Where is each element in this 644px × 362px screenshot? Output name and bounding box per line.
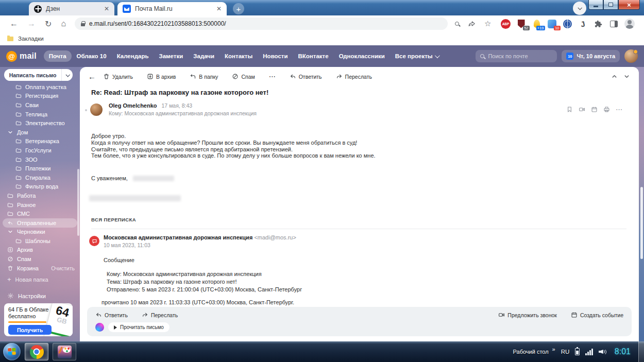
bookmark-icon[interactable]: [566, 106, 573, 113]
calendar-icon[interactable]: [591, 106, 598, 113]
address-bar[interactable]: e.mail.ru/sent/0:16843022102103588013:50…: [75, 18, 448, 30]
compose-button[interactable]: Написать письмо: [4, 69, 73, 81]
sidebar-folder[interactable]: Отправленные: [3, 218, 77, 228]
close-button[interactable]: ×: [618, 0, 640, 10]
user-avatar[interactable]: [624, 49, 638, 63]
recipient-line[interactable]: Кому: Московская административная дорожн…: [109, 110, 626, 116]
mail-nav-item[interactable]: Календарь: [112, 50, 154, 62]
side-panel-icon[interactable]: [609, 19, 619, 29]
shield-extension-icon[interactable]: 52: [516, 19, 527, 29]
new-folder-button[interactable]: + Новая папка: [7, 276, 48, 283]
mailru-logo[interactable]: @ mail: [6, 51, 37, 62]
sidebar-folder[interactable]: Платежки: [0, 164, 80, 173]
new-tab-button[interactable]: +: [233, 3, 244, 14]
date-chip[interactable]: 10 Чт, 10 августа: [562, 50, 620, 62]
search-input[interactable]: [488, 53, 545, 59]
mail-search[interactable]: [476, 50, 557, 62]
forward-button[interactable]: Переслать: [336, 73, 372, 80]
back-to-list-icon[interactable]: ←: [88, 72, 96, 81]
reply-button[interactable]: Ответить: [290, 73, 322, 80]
footer-reply-button[interactable]: Ответить: [95, 312, 128, 318]
home-icon[interactable]: ⌂: [61, 19, 66, 28]
taskbar-chrome-button[interactable]: [25, 343, 48, 360]
mail-nav-item[interactable]: Облако 10: [72, 50, 112, 62]
compose-dropdown[interactable]: [61, 69, 73, 81]
globe-extension-icon[interactable]: [563, 19, 573, 29]
sidebar-folder[interactable]: ГосУслуги: [0, 146, 80, 155]
minimize-button[interactable]: [588, 0, 603, 10]
footer-forward-button[interactable]: Переслать: [142, 312, 178, 318]
quoted-sender-avatar[interactable]: [89, 236, 99, 246]
bookmark-star-icon[interactable]: ☆: [484, 19, 491, 28]
assistant-icon[interactable]: [95, 323, 104, 332]
sender-avatar[interactable]: [90, 104, 103, 116]
page-scrollbar[interactable]: [640, 187, 643, 259]
taskbar-clock[interactable]: 8:01: [615, 347, 631, 356]
taskbar-paint-button[interactable]: [53, 343, 76, 360]
sidebar-scrollbar[interactable]: [77, 169, 79, 236]
sidebar-folder[interactable]: Теплица: [0, 110, 80, 119]
tab-close-icon[interactable]: ✕: [104, 5, 109, 12]
read-letter-button[interactable]: Прочитать письмо: [108, 322, 170, 332]
tab-mail[interactable]: Почта Mail.ru ✕: [117, 2, 227, 15]
zoom-icon[interactable]: [455, 22, 459, 26]
sidebar-folder[interactable]: Стиралка: [0, 173, 80, 182]
tab-close-icon[interactable]: ✕: [216, 5, 222, 12]
video-call-icon[interactable]: [579, 106, 585, 113]
sidebar-folder[interactable]: Спам: [0, 254, 80, 264]
settings-button[interactable]: Настройки: [7, 292, 46, 299]
show-desktop-button[interactable]: [638, 341, 644, 362]
sidebar-folder[interactable]: Оплата участка: [0, 82, 80, 92]
sidebar-folder[interactable]: Фильтр вода: [0, 182, 80, 192]
language-indicator[interactable]: RU: [561, 349, 570, 355]
create-event-button[interactable]: Создать событие: [571, 312, 623, 318]
join-extension-icon[interactable]: J: [578, 19, 588, 29]
restore-button[interactable]: [603, 0, 618, 10]
back-icon[interactable]: ←: [10, 19, 18, 28]
clear-trash-link[interactable]: Очистить: [51, 265, 75, 271]
tab-search-button[interactable]: [573, 2, 586, 15]
more-actions-button[interactable]: ⋯: [269, 73, 276, 80]
mail-nav-item[interactable]: Почта: [44, 50, 72, 62]
mail-nav-item[interactable]: Задачи: [188, 50, 219, 62]
suggest-call-button[interactable]: Предложить звонок: [498, 312, 557, 318]
sender-name[interactable]: Oleg Omelchenko17 мая, 8:43: [109, 102, 626, 109]
bookmarks-label[interactable]: Закладки: [18, 36, 44, 42]
sidebar-folder[interactable]: Дом: [0, 128, 80, 137]
sidebar-folder[interactable]: Сваи: [0, 100, 80, 110]
delete-button[interactable]: Удалить: [103, 73, 133, 80]
promo-get-button[interactable]: Получить: [8, 325, 52, 335]
share-icon[interactable]: [468, 20, 476, 27]
sidebar-folder[interactable]: КорзинаОчистить: [0, 264, 80, 273]
sidebar-folder[interactable]: Работа: [0, 191, 80, 200]
mail-nav-item[interactable]: Заметки: [154, 50, 188, 62]
quoted-sender[interactable]: Московская административная дорожная инс…: [104, 234, 626, 240]
mail-nav-item[interactable]: Одноклассники: [334, 50, 390, 62]
volume-icon[interactable]: [599, 348, 607, 355]
sidebar-folder[interactable]: Разное: [0, 200, 80, 210]
sidebar-folder[interactable]: Ветеринарка: [0, 137, 80, 146]
extension-plus19-icon[interactable]: +19: [532, 19, 542, 29]
move-to-folder-button[interactable]: В папку: [190, 73, 218, 80]
next-letter-icon[interactable]: [624, 74, 630, 79]
sidebar-folder[interactable]: Архив: [0, 246, 80, 255]
profile-avatar[interactable]: [624, 19, 635, 29]
prev-letter-icon[interactable]: [612, 74, 617, 79]
mail-nav-item[interactable]: ВКонтакте: [293, 50, 334, 62]
desktop-toolbar-label[interactable]: Рабочий стол: [513, 349, 549, 355]
extension-10-icon[interactable]: 10: [547, 19, 557, 29]
sidebar-folder[interactable]: Электричество: [0, 118, 80, 128]
tray-expand-icon[interactable]: »: [552, 346, 555, 352]
spam-button[interactable]: Спам: [232, 73, 255, 80]
archive-button[interactable]: В архив: [147, 73, 176, 80]
tab-zen[interactable]: Дзен ✕: [29, 2, 114, 15]
extensions-puzzle-icon[interactable]: [594, 19, 604, 29]
sidebar-folder[interactable]: ЗОО: [0, 155, 80, 164]
network-signal-icon[interactable]: [585, 349, 593, 355]
mail-nav-item[interactable]: Все проекты: [390, 50, 444, 62]
more-icon[interactable]: ⋯: [616, 106, 622, 113]
cloud-promo-card[interactable]: 64 GB 64 ГБ в Облаке бесплатно Получить …: [4, 303, 73, 336]
sidebar-folder[interactable]: Шаблоны: [0, 236, 80, 246]
start-button[interactable]: [3, 343, 21, 360]
reload-icon[interactable]: ↻: [45, 19, 52, 29]
